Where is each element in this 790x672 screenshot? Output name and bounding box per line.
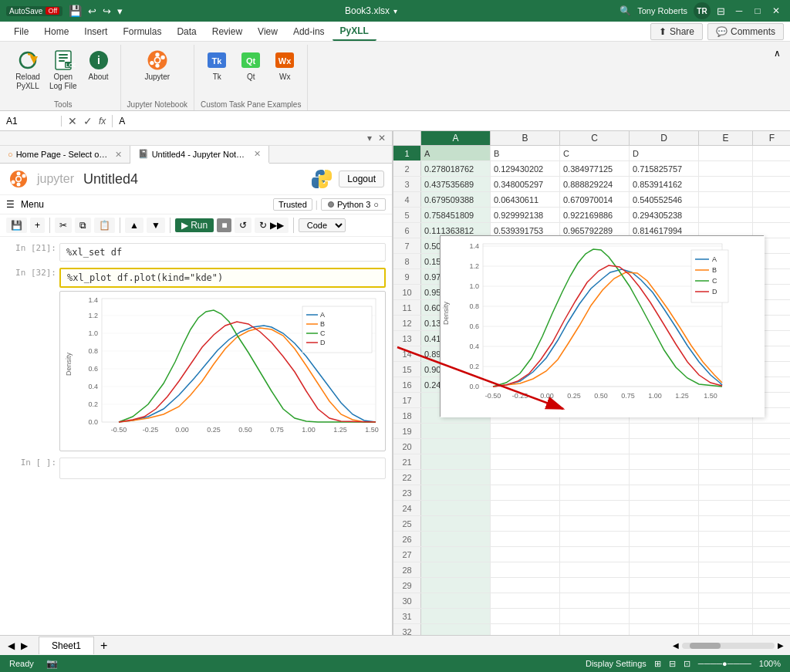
scroll-sheets-left[interactable]: ◀ [5,639,18,653]
cell-30-B[interactable] [491,593,560,608]
cell-4-A[interactable]: 0.679509388 [421,192,491,207]
cell-5-B[interactable]: 0.929992138 [491,208,560,222]
cell-3-body[interactable] [59,458,386,479]
add-sheet-button[interactable]: + [94,637,113,654]
menu-pyxll[interactable]: PyXLL [333,22,376,41]
menu-addins[interactable]: Add-ins [285,23,333,40]
cell-4-D[interactable]: 0.540552546 [630,192,699,207]
cell-3-A[interactable]: 0.437535689 [421,177,491,191]
cell-28-F[interactable] [753,562,790,577]
col-header-F[interactable]: F [753,131,790,145]
jupyter-tab-home[interactable]: ○ Home Page - Select or create a noteboo… [0,146,130,163]
cell-19-B[interactable] [491,424,560,438]
cell-27-E[interactable] [699,547,753,562]
cell-22-C[interactable] [560,470,630,485]
close-button[interactable]: ✕ [768,3,784,19]
cell-31-E[interactable] [699,609,753,623]
cell-1-A[interactable]: A [421,146,491,160]
cell-3-F[interactable] [753,177,790,191]
cell-32-B[interactable] [491,624,560,635]
jupyter-button[interactable]: Jupyter [141,46,173,83]
cell-24-B[interactable] [491,501,560,515]
move-up-button[interactable]: ▲ [125,218,143,233]
cell-2-C[interactable]: 0.384977125 [560,161,630,176]
cell-20-C[interactable] [560,439,630,454]
cell-30-C[interactable] [560,593,630,608]
cell-31-C[interactable] [560,609,630,623]
cell-21-C[interactable] [560,454,630,469]
cell-5-E[interactable] [699,208,753,222]
menu-home[interactable]: Home [36,23,76,40]
reload-pyxll-button[interactable]: ReloadPyXLL [12,46,43,93]
cell-24-C[interactable] [560,501,630,515]
cell-2-E[interactable] [699,161,753,176]
cut-cell-button[interactable]: ✂ [55,218,72,233]
redo-icon[interactable]: ↪ [103,5,111,17]
cell-type-select[interactable]: Code [299,218,346,232]
cell-5-A[interactable]: 0.758451809 [421,208,491,222]
cell-2-body[interactable]: %xl_plot df.plot(kind="kde") [59,268,386,288]
cell-1-B[interactable]: B [491,146,560,160]
col-header-C[interactable]: C [560,131,630,145]
cell-22-F[interactable] [753,470,790,485]
cell-29-D[interactable] [630,578,699,593]
cell-21-E[interactable] [699,454,753,469]
notebook-tab-close[interactable]: ✕ [254,149,261,159]
cell-22-A[interactable] [421,470,491,485]
cell-27-B[interactable] [491,547,560,562]
cell-25-D[interactable] [630,516,699,531]
cell-5-C[interactable]: 0.922169886 [560,208,630,222]
qt-button[interactable]: Qt Qt [235,46,266,83]
cell-1-C[interactable]: C [560,146,630,160]
sheet-tab-sheet1[interactable]: Sheet1 [39,637,94,654]
cell-32-E[interactable] [699,624,753,635]
cell-19-A[interactable] [421,424,491,438]
cell-5-D[interactable]: 0.294305238 [630,208,699,222]
cell-31-D[interactable] [630,609,699,623]
cell-30-F[interactable] [753,593,790,608]
cell-31-F[interactable] [753,609,790,623]
cell-31-B[interactable] [491,609,560,623]
cell-26-D[interactable] [630,532,699,546]
cell-20-A[interactable] [421,439,491,454]
save-notebook-button[interactable]: 💾 [6,218,27,233]
jupyter-tab-notebook[interactable]: 📓 Untitled4 - Jupyter Notebook ✕ [130,146,269,164]
cell-27-F[interactable] [753,547,790,562]
cell-32-A[interactable] [421,624,491,635]
cell-2-F[interactable] [753,161,790,176]
cell-20-F[interactable] [753,439,790,454]
minimize-button[interactable]: ─ [731,3,747,19]
stop-button[interactable]: ■ [217,218,231,232]
cell-23-A[interactable] [421,485,491,500]
cell-22-B[interactable] [491,470,560,485]
cell-1-F[interactable] [753,146,790,160]
cell-29-F[interactable] [753,578,790,593]
user-avatar[interactable]: TR [694,2,711,19]
cell-25-F[interactable] [753,516,790,531]
scrollbar-left-button[interactable]: ◀ [673,641,679,650]
cell-1-body[interactable]: %xl_set df [59,243,386,262]
cell-30-E[interactable] [699,593,753,608]
cell-4-E[interactable] [699,192,753,207]
menu-formulas[interactable]: Formulas [115,23,169,40]
jupyter-close-button[interactable]: ✕ [375,133,389,144]
cell-26-E[interactable] [699,532,753,546]
cell-24-A[interactable] [421,501,491,515]
cell-24-E[interactable] [699,501,753,515]
view-layout-icon[interactable]: ⊟ [669,659,676,669]
zoom-slider[interactable]: ────●──── [698,659,751,668]
display-settings[interactable]: Display Settings [586,659,647,668]
cell-26-C[interactable] [560,532,630,546]
cell-23-C[interactable] [560,485,630,500]
cell-4-B[interactable]: 0.06430611 [491,192,560,207]
move-down-button[interactable]: ▼ [147,218,165,233]
title-dropdown-icon[interactable]: ▾ [393,7,397,15]
menu-insert[interactable]: Insert [76,23,115,40]
cell-2-B[interactable]: 0.129430202 [491,161,560,176]
run-button[interactable]: ▶ Run [175,218,214,232]
scrollbar-right-button[interactable]: ▶ [778,641,784,650]
comments-button[interactable]: 💬 Comments [707,23,784,40]
cell-27-D[interactable] [630,547,699,562]
cell-28-D[interactable] [630,562,699,577]
cell-29-A[interactable] [421,578,491,593]
